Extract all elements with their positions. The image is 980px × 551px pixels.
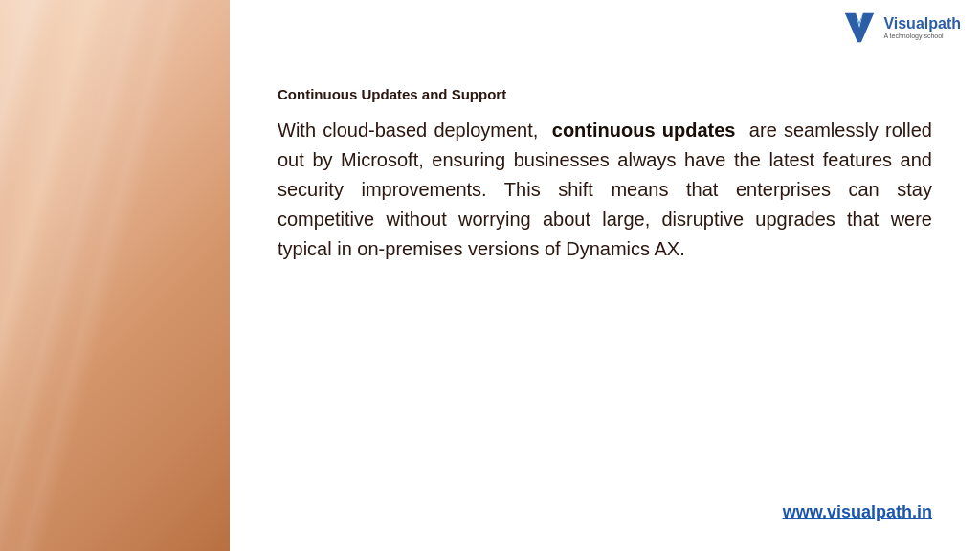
logo-text-block: Visualpath A technology school	[883, 15, 961, 39]
svg-marker-0	[845, 13, 874, 42]
right-content-panel: Visualpath A technology school Continuou…	[230, 0, 980, 551]
paragraph-bold: continuous updates	[552, 120, 736, 141]
section-title: Continuous Updates and Support	[278, 86, 932, 102]
logo-container: Visualpath A technology school	[841, 10, 961, 46]
paragraph-intro: With cloud-based deployment,	[278, 120, 538, 141]
website-link[interactable]: www.visualpath.in	[783, 502, 932, 521]
main-paragraph: With cloud-based deployment, continuous …	[278, 116, 932, 264]
visualpath-logo-icon	[841, 10, 878, 46]
slide-container: Visualpath A technology school Continuou…	[0, 0, 980, 551]
website-link-container: www.visualpath.in	[278, 483, 932, 522]
left-decorative-panel	[0, 0, 230, 551]
logo-name: Visualpath	[883, 15, 961, 33]
logo-tagline: A technology school	[883, 33, 961, 40]
